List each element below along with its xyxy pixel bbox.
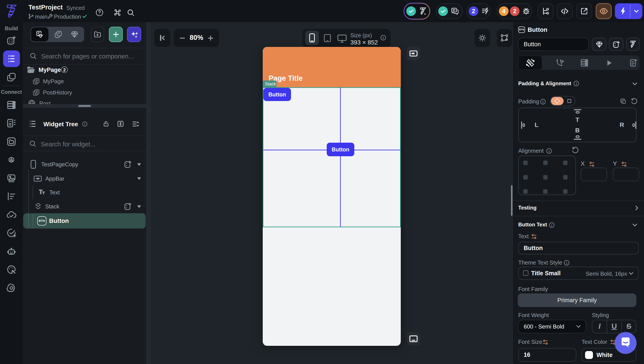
svg-text:c: c [623, 100, 624, 104]
